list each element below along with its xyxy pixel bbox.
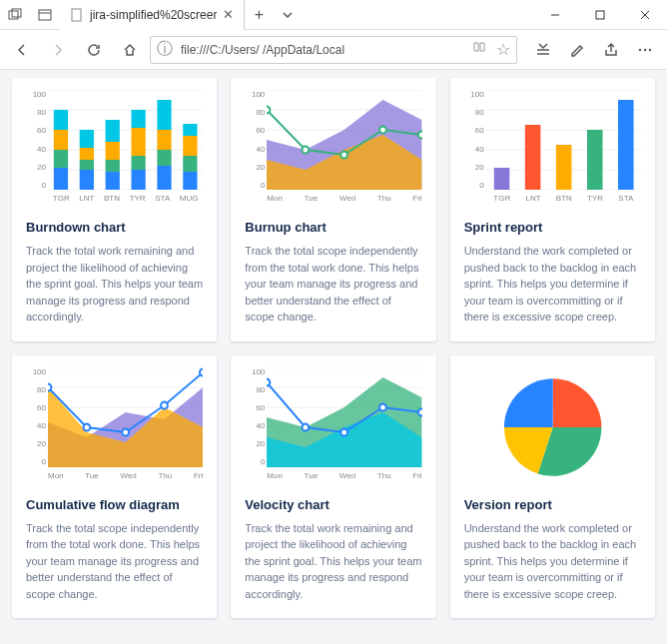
- svg-point-70: [122, 428, 129, 435]
- close-window-button[interactable]: [622, 0, 667, 30]
- chart-thumbnail: 100806040200TGRLNTBTNTYRSTA: [464, 90, 641, 210]
- svg-rect-0: [9, 11, 18, 19]
- report-card[interactable]: 100806040200MonTueWedThuFriVelocity char…: [231, 355, 435, 619]
- svg-point-46: [267, 107, 270, 114]
- svg-rect-2: [39, 10, 51, 20]
- svg-rect-57: [493, 168, 509, 190]
- new-tab-button[interactable]: +: [245, 6, 273, 24]
- chart-thumbnail: 100806040200MonTueWedThuFri: [26, 367, 203, 487]
- svg-rect-25: [106, 160, 120, 172]
- card-description: Track the total work remaining and proje…: [245, 520, 421, 603]
- svg-point-48: [341, 152, 348, 159]
- svg-rect-29: [131, 156, 145, 170]
- window-titlebar: jira-simplified%20screer ✕ +: [0, 0, 667, 30]
- card-description: Track the total work remaining and proje…: [26, 243, 203, 325]
- svg-rect-4: [72, 9, 81, 21]
- svg-rect-32: [157, 166, 171, 190]
- refresh-button[interactable]: [78, 34, 110, 66]
- report-card[interactable]: 100806040200MonTueWedThuFriBurnup chartT…: [231, 78, 435, 341]
- info-icon[interactable]: ⓘ: [157, 39, 173, 60]
- chart-thumbnail: 100806040200TGRLNTBTNTYRSTAMUG: [26, 90, 203, 210]
- svg-rect-31: [131, 110, 145, 128]
- browser-toolbar: ⓘ file:///C:/Users/ /AppData/Local ☆: [0, 30, 667, 70]
- svg-rect-24: [106, 172, 120, 190]
- card-title: Sprint report: [464, 220, 641, 235]
- page-content[interactable]: 100806040200TGRLNTBTNTYRSTAMUGBurndown c…: [0, 70, 667, 644]
- svg-rect-18: [54, 130, 68, 150]
- svg-rect-39: [183, 124, 197, 136]
- svg-rect-16: [54, 168, 68, 190]
- card-title: Velocity chart: [245, 497, 421, 512]
- svg-point-49: [379, 127, 386, 134]
- minimize-button[interactable]: [532, 0, 577, 30]
- svg-rect-6: [596, 11, 604, 19]
- svg-rect-61: [618, 100, 634, 190]
- forward-button[interactable]: [42, 34, 74, 66]
- svg-rect-59: [556, 145, 572, 190]
- report-card[interactable]: 100806040200TGRLNTBTNTYRSTAMUGBurndown c…: [12, 78, 217, 341]
- svg-rect-60: [587, 130, 603, 190]
- notes-icon[interactable]: [561, 34, 593, 66]
- card-description: Track the total scope independently from…: [245, 243, 421, 325]
- address-bar[interactable]: ⓘ file:///C:/Users/ /AppData/Local ☆: [150, 36, 517, 64]
- tab-preview-icon[interactable]: [30, 0, 60, 30]
- svg-rect-27: [106, 120, 120, 142]
- svg-rect-23: [80, 130, 94, 148]
- chart-thumbnail: 100806040200MonTueWedThuFri: [245, 367, 421, 487]
- url-text: file:///C:/Users/ /AppData/Local: [181, 43, 344, 57]
- svg-point-80: [303, 423, 310, 430]
- svg-point-9: [649, 48, 651, 50]
- svg-rect-22: [80, 148, 94, 160]
- more-icon[interactable]: [629, 34, 661, 66]
- favorite-icon[interactable]: ☆: [496, 40, 510, 59]
- page-icon: [70, 8, 84, 22]
- svg-rect-26: [106, 142, 120, 160]
- svg-point-68: [48, 383, 51, 390]
- svg-rect-1: [12, 9, 21, 17]
- card-description: Understand the work completed or pushed …: [464, 243, 641, 325]
- card-title: Cumulative flow diagram: [26, 497, 203, 512]
- favorites-list-icon[interactable]: [527, 34, 559, 66]
- report-card[interactable]: Version reportUnderstand the work comple…: [450, 355, 655, 619]
- maximize-button[interactable]: [577, 0, 622, 30]
- svg-rect-33: [157, 150, 171, 166]
- svg-rect-38: [183, 136, 197, 156]
- share-icon[interactable]: [595, 34, 627, 66]
- svg-point-82: [379, 403, 386, 410]
- svg-rect-36: [183, 172, 197, 190]
- svg-rect-17: [54, 150, 68, 168]
- svg-rect-37: [183, 156, 197, 172]
- home-button[interactable]: [114, 34, 146, 66]
- svg-point-72: [200, 368, 203, 375]
- svg-point-8: [644, 48, 646, 50]
- svg-rect-20: [80, 170, 94, 190]
- svg-point-71: [161, 401, 168, 408]
- svg-point-7: [639, 48, 641, 50]
- browser-tab[interactable]: jira-simplified%20screer ✕: [60, 0, 245, 30]
- svg-point-50: [418, 132, 421, 139]
- chevron-down-icon[interactable]: [273, 0, 303, 30]
- chart-thumbnail: 100806040200MonTueWedThuFri: [245, 90, 421, 210]
- back-button[interactable]: [6, 34, 38, 66]
- tab-title: jira-simplified%20screer: [90, 8, 217, 22]
- svg-rect-34: [157, 130, 171, 150]
- chart-thumbnail: [464, 367, 641, 487]
- card-title: Version report: [464, 497, 641, 512]
- tab-actions-icon[interactable]: [0, 0, 30, 30]
- card-description: Track the total scope independently from…: [26, 520, 203, 603]
- svg-point-79: [267, 378, 270, 385]
- report-card[interactable]: 100806040200MonTueWedThuFriCumulative fl…: [12, 355, 217, 619]
- svg-point-69: [83, 423, 90, 430]
- svg-rect-19: [54, 110, 68, 130]
- card-description: Understand the work completed or pushed …: [464, 520, 641, 603]
- reading-view-icon[interactable]: [472, 40, 486, 59]
- close-tab-icon[interactable]: ✕: [223, 7, 234, 22]
- reports-grid: 100806040200TGRLNTBTNTYRSTAMUGBurndown c…: [12, 78, 655, 618]
- svg-rect-21: [80, 160, 94, 170]
- card-title: Burndown chart: [26, 220, 203, 235]
- svg-point-81: [341, 428, 348, 435]
- card-title: Burnup chart: [245, 220, 421, 235]
- svg-point-47: [303, 147, 310, 154]
- svg-point-83: [418, 408, 421, 415]
- report-card[interactable]: 100806040200TGRLNTBTNTYRSTASprint report…: [450, 78, 655, 341]
